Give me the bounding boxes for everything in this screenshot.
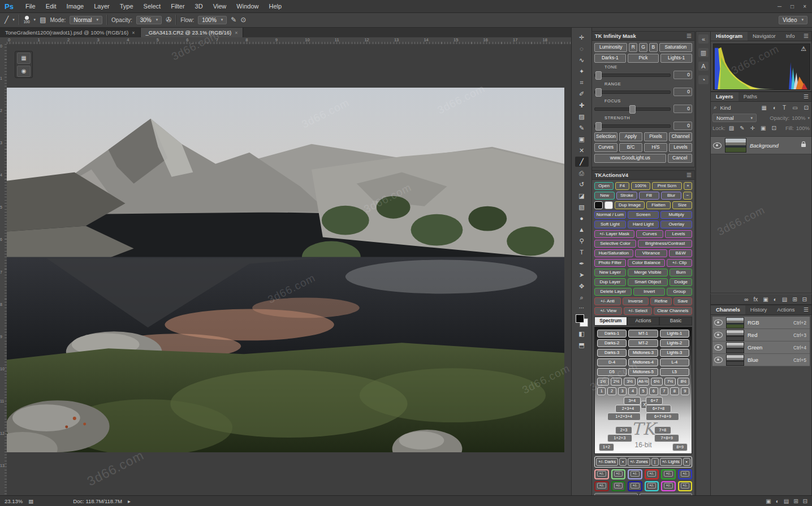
tab-info[interactable]: Info: [781, 32, 800, 41]
infinity-action-button[interactable]: Pixels: [644, 132, 667, 141]
zone-toggle-button[interactable]: +/- Lights: [660, 458, 682, 466]
status-footer-icon[interactable]: ▣: [766, 498, 771, 504]
lock-option-icon[interactable]: ▨: [728, 125, 735, 131]
collapsed-panel-icon[interactable]: «: [698, 34, 709, 44]
zone-number-button[interactable]: 8: [670, 387, 679, 395]
zone-number-button[interactable]: 3: [618, 387, 627, 395]
infinity-source-button[interactable]: B: [649, 43, 658, 52]
color-mask-button[interactable]: +/-: [594, 469, 609, 479]
minimize-icon[interactable]: ─: [778, 3, 781, 10]
lock-option-icon[interactable]: ▣: [759, 125, 767, 131]
tool-button[interactable]: ✛: [575, 32, 589, 42]
menu-item[interactable]: File: [20, 3, 41, 10]
infinity-action-button[interactable]: Selection: [594, 132, 617, 141]
zone-button[interactable]: Darks-2: [597, 339, 627, 347]
color-mask-button[interactable]: +/-: [678, 481, 693, 491]
tool-button[interactable]: ∿: [575, 55, 589, 65]
tk-adjustment-button[interactable]: Color Balance: [628, 259, 665, 267]
tablet-pressure-icon[interactable]: ✇: [166, 16, 171, 24]
zone-combo-button[interactable]: 3+4: [624, 397, 641, 405]
tk-layer-button[interactable]: Merge Visible: [628, 269, 668, 276]
tk-mask-button[interactable]: +/- Anti: [594, 297, 621, 305]
status-footer-icon[interactable]: ▤: [784, 498, 789, 504]
close-icon[interactable]: ×: [803, 3, 806, 10]
channel-visibility-eye-icon[interactable]: [714, 344, 723, 351]
zone-number-button[interactable]: 2: [607, 387, 616, 395]
layers-footer-icon[interactable]: ▣: [763, 296, 768, 302]
tk-action-button[interactable]: Blur: [661, 192, 681, 200]
infinity-mask-button[interactable]: Pick: [628, 54, 659, 63]
tool-button[interactable]: ╱: [575, 157, 589, 167]
half-zone-button[interactable]: 1½: [597, 378, 609, 386]
half-zone-button[interactable]: 7½: [664, 378, 676, 386]
layer-filter-icon[interactable]: T: [781, 105, 787, 111]
airbrush-icon[interactable]: ✎: [231, 16, 236, 24]
layer-row-background[interactable]: Background: [711, 136, 811, 154]
tool-button[interactable]: ▲: [575, 224, 589, 235]
infinity-mask-button[interactable]: Darks-1: [594, 54, 626, 63]
tk-adjustment-button[interactable]: Levels: [665, 230, 692, 238]
brush-size-pressure-icon[interactable]: ⊙: [240, 16, 246, 24]
tool-button[interactable]: ⚲: [575, 236, 589, 246]
collapsed-panel-icon[interactable]: ◔: [698, 75, 709, 84]
zone-toggle-button[interactable]: |: [651, 458, 659, 466]
zone-button[interactable]: MT-2: [628, 339, 658, 347]
tk-action-button[interactable]: F4: [615, 182, 629, 190]
color-swatches[interactable]: [575, 314, 589, 327]
slider-thumb[interactable]: [595, 122, 602, 131]
infinity-footer-button[interactable]: Cancel: [668, 154, 693, 163]
tool-button[interactable]: ✐: [575, 89, 589, 99]
channel-thumbnail[interactable]: [726, 354, 744, 366]
layers-footer-icon[interactable]: ⊟: [802, 296, 807, 302]
tab-navigator[interactable]: Navigator: [748, 32, 781, 41]
zone-toggle-button[interactable]: ▪: [619, 458, 627, 466]
channel-row[interactable]: Red Ctrl+3: [712, 329, 810, 341]
zone-button[interactable]: MT-1: [628, 330, 658, 338]
menu-item[interactable]: Select: [139, 3, 166, 10]
panel-menu-icon[interactable]: ☰: [804, 92, 811, 101]
tab-close-icon[interactable]: ×: [132, 30, 135, 36]
collapsed-panel-icon[interactable]: ▥: [698, 48, 709, 57]
tk-adjustment-button[interactable]: Hue/Saturation: [594, 249, 633, 257]
tk-action-button[interactable]: Prnt Scrn: [652, 182, 682, 190]
half-zone-button[interactable]: 2½: [611, 378, 623, 386]
menu-item[interactable]: Help: [264, 3, 287, 10]
tk-mask-button[interactable]: Refine: [650, 297, 672, 305]
menu-item[interactable]: Edit: [41, 3, 62, 10]
layers-footer-icon[interactable]: fx: [753, 296, 758, 302]
tk-mask-button[interactable]: Save: [673, 297, 692, 305]
half-zone-button[interactable]: All-½: [637, 378, 649, 386]
layers-footer-icon[interactable]: ◐: [774, 296, 777, 302]
tool-button[interactable]: ↺: [575, 179, 589, 189]
collapsed-panel-icon[interactable]: A: [698, 62, 709, 71]
channel-row[interactable]: Green Ctrl+4: [712, 341, 810, 354]
tk-action-button[interactable]: 100%: [631, 182, 650, 190]
tk-action-button[interactable]: [604, 201, 613, 209]
zone-combo-button[interactable]: 2+3+4: [615, 405, 640, 413]
zone-combo-button[interactable]: 6+7+8+9: [646, 413, 679, 421]
layers-footer-icon[interactable]: ∞: [744, 296, 748, 302]
brush-panel-toggle-icon[interactable]: ▤: [40, 16, 46, 24]
zone-button[interactable]: Midtones-4: [628, 358, 658, 366]
tool-button[interactable]: ✕: [575, 145, 589, 155]
color-mask-button[interactable]: +/-: [594, 481, 609, 491]
tk-layer-button[interactable]: Dodge: [670, 278, 692, 286]
layer-filter-kind[interactable]: Kind: [720, 105, 731, 111]
tab-paths[interactable]: Paths: [738, 92, 762, 101]
infinity-action-button[interactable]: H/S: [644, 143, 667, 152]
status-footer-icon[interactable]: ⊟: [803, 498, 807, 504]
infinity-action-button[interactable]: Levels: [669, 143, 692, 152]
zone-number-button[interactable]: 5: [639, 387, 647, 395]
infinity-source-button[interactable]: Luminosity: [594, 43, 627, 52]
lock-option-icon[interactable]: ✎: [738, 125, 745, 131]
tab-actions[interactable]: Actions: [772, 305, 800, 314]
color-mask-button[interactable]: +/-: [611, 481, 626, 491]
color-mask-button[interactable]: +/-: [628, 469, 642, 479]
zone-button[interactable]: Midtones-5: [628, 368, 658, 376]
panel-menu-icon[interactable]: ☰: [686, 33, 692, 39]
layer-thumbnail[interactable]: [725, 138, 746, 153]
tk-blend-button[interactable]: Hard Light: [628, 220, 659, 228]
restore-icon[interactable]: □: [791, 3, 794, 10]
infinity-mask-button[interactable]: Lights-1: [660, 54, 692, 63]
tool-button[interactable]: ✦: [575, 66, 589, 76]
